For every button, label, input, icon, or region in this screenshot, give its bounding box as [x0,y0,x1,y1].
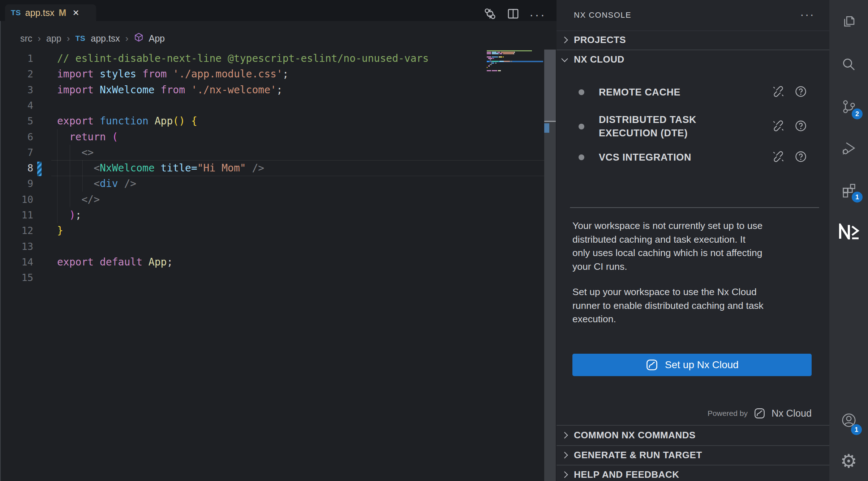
powered-by: Powered by Nx Cloud [708,405,812,422]
code-editor[interactable]: 123456789101112131415 // eslint-disable-… [0,51,487,481]
nx-cloud-logo-icon [753,407,766,420]
powered-by-brand: Nx Cloud [772,408,812,419]
section-common-nx-commands[interactable]: COMMON NX COMMANDS [557,426,829,444]
code-line: import NxWelcome from './nx-welcome'; [57,82,283,98]
editor-pane: TS app.tsx M × ··· [0,0,557,481]
open-changes-icon[interactable] [483,7,497,22]
tab-modified-indicator: M [59,8,66,18]
status-dot-icon [579,89,584,95]
nx-cloud-row-label: REMOTE CACHE [599,86,680,99]
section-label: PROJECTS [574,34,626,46]
chevron-right-icon [561,37,568,43]
section-help-and-feedback[interactable]: HELP AND FEEDBACK [557,465,829,481]
line-number: 6 [0,129,33,145]
run-debug-icon[interactable] [829,131,868,166]
tab-bar: TS app.tsx M × ··· [0,0,557,21]
nx-console-icon[interactable] [829,214,868,249]
minimap-line [487,67,487,68]
set-up-nx-cloud-button[interactable]: Set up Nx Cloud [572,354,812,376]
search-icon[interactable] [829,47,868,82]
minimap-line [487,70,501,71]
editor-scrollbar-slider[interactable] [544,50,556,121]
gutter-modified-indicator [37,162,42,176]
activity-bar: 2 1 [829,0,868,481]
section-generate-run-target[interactable]: GENERATE & RUN TARGET [557,446,829,464]
section-divider [557,425,829,426]
typescript-file-icon: TS [11,8,21,17]
overview-ruler-modified-mark [544,123,549,133]
breadcrumb-src[interactable]: src [20,33,32,44]
connect-plug-icon[interactable] [772,119,785,134]
minimap-line [487,59,491,60]
line-number: 4 [0,98,33,113]
button-label: Set up Nx Cloud [665,359,739,371]
code-line: } [57,223,63,238]
chevron-right-icon [561,432,568,438]
accounts-badge: 1 [851,424,862,435]
chevron-right-icon [561,452,568,458]
nx-cloud-row-vcs-integration: VCS INTEGRATION [557,145,829,169]
help-question-icon[interactable] [794,85,807,99]
powered-by-label: Powered by [708,409,748,418]
chevron-right-icon: › [38,33,41,44]
section-label: HELP AND FEEDBACK [574,469,679,480]
setup-instructions-text: Set up your workspace to use the Nx Clou… [572,285,815,326]
line-number: 15 [0,270,33,285]
section-label: NX CLOUD [574,54,624,65]
minimap-modified-mark [487,61,489,62]
line-number: 7 [0,145,33,160]
nx-cloud-row-remote-cache: REMOTE CACHE [557,80,829,104]
section-projects[interactable]: PROJECTS [557,31,829,49]
accounts-icon[interactable] [829,403,868,438]
breadcrumb-filename[interactable]: app.tsx [91,33,120,44]
vscode-window: TS app.tsx M × ··· [0,0,868,481]
line-number: 8 [0,160,33,176]
line-number: 9 [0,176,33,191]
line-number: 3 [0,82,33,98]
extensions-icon[interactable] [829,173,868,207]
minimap-line [487,64,492,65]
scrollbar-divider [544,121,556,122]
minimap-line [487,65,490,67]
editor-more-actions-icon[interactable]: ··· [529,11,546,18]
line-number: 14 [0,254,33,270]
connect-plug-icon[interactable] [772,150,785,165]
close-tab-icon[interactable]: × [73,7,79,18]
tab-app-tsx[interactable]: TS app.tsx M × [5,4,96,21]
nx-cloud-row-label: VCS INTEGRATION [599,151,691,164]
extensions-badge: 1 [852,192,863,203]
settings-gear-icon[interactable]: ⚙ [829,444,868,478]
split-editor-icon[interactable] [506,7,520,22]
code-line: </> [57,192,100,207]
breadcrumb: src › app › TS app.tsx › App [20,28,165,48]
code-line: import styles from './app.module.css'; [57,66,289,82]
panel-title: NX CONSOLE [574,10,631,20]
explorer-icon[interactable] [829,4,868,38]
chevron-down-icon [561,55,568,62]
section-label: COMMON NX COMMANDS [574,430,696,441]
nx-cloud-row-distributed-task-execution: DISTRIBUTED TASK EXECUTION (DTE) [557,108,829,145]
line-number: 2 [0,66,33,82]
section-label: GENERATE & RUN TARGET [574,450,702,461]
minimap-line [487,56,504,58]
nx-console-panel: NX CONSOLE ··· PROJECTS NX CLOUD REMOTE … [557,0,829,481]
code-line: <> [57,145,94,160]
connect-plug-icon[interactable] [772,85,785,99]
section-nx-cloud[interactable]: NX CLOUD [557,50,829,68]
code-line: // eslint-disable-next-line @typescript-… [57,51,429,66]
window-left-edge [0,21,1,481]
minimap-line [487,53,514,54]
breadcrumb-app[interactable]: app [46,33,61,44]
typescript-file-icon: TS [75,34,85,43]
minimap-line [487,58,494,59]
line-number: 10 [0,192,33,207]
panel-more-actions-icon[interactable]: ··· [800,8,815,21]
minimap[interactable] [487,50,543,74]
code-line: ); [57,207,81,223]
help-question-icon[interactable] [794,119,807,134]
help-question-icon[interactable] [794,150,807,165]
code-line: <NxWelcome title="Hi Mom" /> [57,160,264,176]
tab-filename: app.tsx [25,8,55,18]
source-control-icon[interactable] [829,89,868,124]
breadcrumb-symbol[interactable]: App [149,33,165,44]
